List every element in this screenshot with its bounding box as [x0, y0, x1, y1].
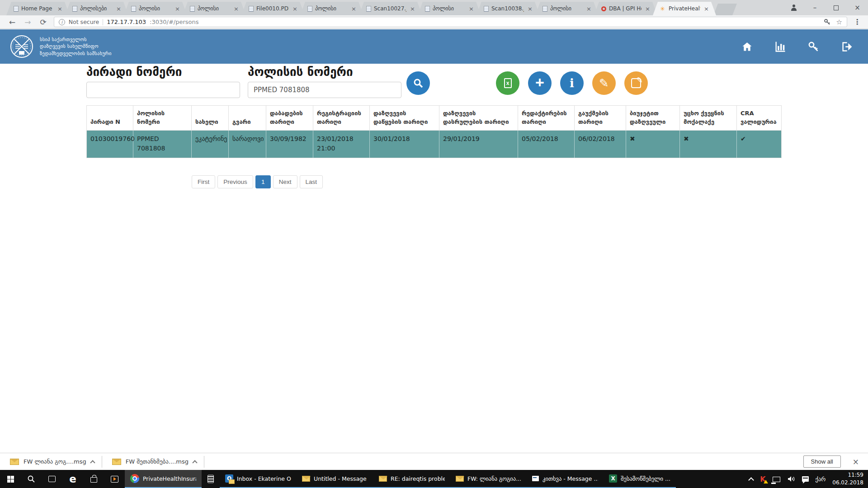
taskbar-excel-window[interactable]: X შესამოწმებელი ...	[604, 470, 676, 488]
tab-close-icon[interactable]: ×	[292, 5, 298, 12]
taskbar-chrome-window[interactable]: PrivateHealthInsura...	[125, 470, 202, 488]
tab-home-page[interactable]: Home Page ×	[6, 2, 70, 15]
taskbar-calculator[interactable]	[202, 470, 220, 488]
download-item-1[interactable]: FW ლიანა გოგ....msg	[0, 453, 102, 470]
tab-close-icon[interactable]: ×	[350, 5, 357, 12]
taskbar-message-window-3[interactable]: FW: ლიანა გოგია...	[450, 470, 527, 488]
col-edit-date: რედაქტირების თარიღი	[518, 106, 575, 131]
address-bar[interactable]: i Not secure 172.17.7.103 :3030/#/person…	[54, 17, 847, 27]
tab-close-icon[interactable]: ×	[57, 5, 63, 12]
browser-menu-icon[interactable]: ⋮	[851, 18, 863, 26]
add-button[interactable]: +	[528, 71, 552, 95]
taskbar-message-window-1[interactable]: Untitled - Message ...	[297, 470, 373, 488]
speaker-icon[interactable]	[787, 475, 795, 483]
minimize-button[interactable]: –	[804, 0, 826, 15]
tab-polisi-4[interactable]: პოლისი ×	[418, 2, 481, 15]
start-button[interactable]	[0, 470, 21, 488]
tab-close-icon[interactable]: ×	[409, 5, 416, 12]
tab-close-icon[interactable]: ×	[644, 5, 651, 12]
task-view-button[interactable]	[42, 470, 62, 488]
tab-file0010-pdf[interactable]: File0010.PDF ×	[241, 2, 305, 15]
col-birth-date: დაბადების თარიღი	[266, 106, 313, 131]
edit-button[interactable]: ✎	[592, 71, 616, 95]
close-window-button[interactable]: ×	[847, 0, 868, 15]
cell-insurance-end-date: 29/01/2019	[439, 131, 518, 158]
kaspersky-icon[interactable]: K	[760, 475, 765, 483]
url-path: :3030/#/persons	[150, 19, 198, 25]
taskbar-search-button[interactable]	[21, 470, 42, 488]
cell-first-name: ეკატერინე	[192, 131, 229, 158]
search-icon	[413, 78, 424, 89]
films-tv-button[interactable]	[104, 470, 125, 488]
tab-close-icon[interactable]: ×	[527, 5, 533, 12]
tab-close-icon[interactable]: ×	[703, 5, 710, 12]
task-view-icon	[48, 476, 56, 482]
tab-polisi-1[interactable]: პოლისი ×	[124, 2, 187, 15]
tab-close-icon[interactable]: ×	[468, 5, 475, 12]
pagination-last[interactable]: Last	[300, 175, 323, 188]
taskbar-window-label: შესამოწმებელი ...	[621, 475, 670, 482]
tab-polisi-3[interactable]: პოლისი ×	[300, 2, 363, 15]
tab-title: პოლისი	[198, 5, 230, 12]
pagination-next[interactable]: Next	[273, 175, 297, 188]
tab-dba-gpi[interactable]: DBA | GPI Hold ×	[594, 2, 657, 15]
tab-scan10027[interactable]: Scan10027.JPG ×	[359, 2, 422, 15]
tab-close-icon[interactable]: ×	[233, 5, 240, 12]
profile-icon[interactable]	[783, 0, 804, 15]
chevron-up-icon[interactable]	[192, 460, 197, 465]
key-search-icon[interactable]	[807, 41, 820, 53]
back-button[interactable]: ←	[5, 18, 20, 27]
tab-polisebi[interactable]: პოლისები ×	[65, 2, 128, 15]
tab-privatehealth-active[interactable]: ✳ PrivateHealthIn ×	[653, 2, 716, 15]
home-icon[interactable]	[741, 41, 753, 53]
tray-chevron-up-icon[interactable]	[748, 477, 754, 483]
forward-button[interactable]: →	[20, 18, 35, 27]
pagination-page-1[interactable]: 1	[255, 175, 271, 188]
taskbar-outlook-window[interactable]: O Inbox - Ekaterine O...	[220, 470, 297, 488]
tab-polisi-2[interactable]: პოლისი ×	[183, 2, 246, 15]
edge-button[interactable]: e	[62, 470, 83, 488]
taskbar-message-window-2[interactable]: RE: daireqtis proble...	[373, 470, 450, 488]
new-tab-button[interactable]	[713, 4, 737, 15]
store-button[interactable]	[83, 470, 104, 488]
policy-number-input[interactable]	[248, 82, 401, 98]
chevron-up-icon[interactable]	[90, 460, 95, 465]
bookmark-star-icon[interactable]: ☆	[836, 18, 842, 26]
download-bar-close-icon[interactable]: ×	[853, 457, 859, 466]
personal-number-input[interactable]	[86, 82, 240, 98]
cell-insurance-start-date: 30/01/2018	[370, 131, 439, 158]
tab-close-icon[interactable]: ×	[115, 5, 122, 12]
edit-document-button[interactable]: ✎	[624, 71, 648, 95]
pagination-previous[interactable]: Previous	[217, 175, 253, 188]
show-all-button[interactable]: Show all	[803, 455, 841, 468]
table-row[interactable]: 01030019760 PPMED 7081808 ეკატერინე სარა…	[87, 131, 782, 158]
tab-close-icon[interactable]: ×	[585, 5, 592, 12]
tab-polisi-5[interactable]: პოლისი ×	[535, 2, 599, 15]
tab-title: Home Page	[21, 5, 54, 12]
tab-title: პოლისები	[80, 5, 113, 12]
document-favicon	[72, 6, 77, 12]
taskbar-message-window-4[interactable]: კითხვა - Message ...	[527, 470, 604, 488]
tab-scan10038[interactable]: Scan10038.JPG ×	[476, 2, 540, 15]
language-indicator[interactable]: ქარ	[816, 476, 826, 483]
tab-close-icon[interactable]: ×	[174, 5, 181, 12]
tab-title: პოლისი	[139, 5, 171, 12]
info-button[interactable]: i	[560, 71, 584, 95]
excel-icon: X	[609, 474, 617, 483]
pagination-first[interactable]: First	[192, 175, 215, 188]
reload-button[interactable]: ⟳	[36, 18, 51, 27]
clock-time: 11:59	[832, 471, 863, 479]
notification-icon[interactable]	[802, 476, 809, 482]
network-icon[interactable]	[773, 477, 780, 482]
bar-chart-icon[interactable]	[774, 40, 787, 53]
key-icon[interactable]	[824, 19, 831, 26]
info-circle-icon[interactable]: i	[59, 19, 65, 25]
cell-foreign-citizen-cross-icon: ✖	[680, 131, 737, 158]
tab-strip: Home Page × პოლისები × პოლისი × პოლისი ×…	[0, 0, 737, 15]
export-excel-button[interactable]: x	[496, 71, 519, 95]
logout-icon[interactable]	[840, 41, 853, 53]
download-item-2[interactable]: FW შეთანხმება....msg	[102, 453, 204, 470]
search-button[interactable]	[406, 71, 430, 95]
clock[interactable]: 11:59 06.02.2018	[832, 471, 863, 487]
maximize-button[interactable]	[826, 0, 847, 15]
